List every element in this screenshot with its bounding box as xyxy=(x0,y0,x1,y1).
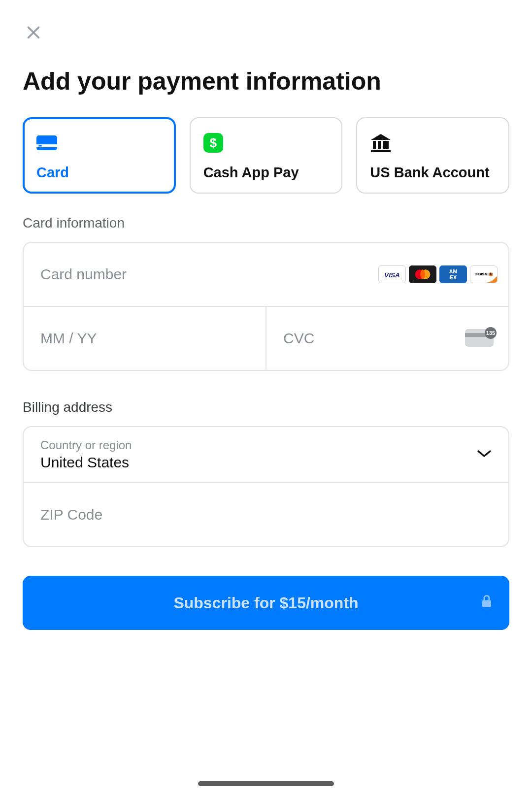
page-title: Add your payment information xyxy=(23,67,509,96)
lock-icon xyxy=(481,594,493,612)
method-bank-label: US Bank Account xyxy=(370,165,496,181)
method-card-label: Card xyxy=(36,165,162,181)
expiry-cell xyxy=(24,307,266,370)
card-icon xyxy=(36,135,57,150)
svg-rect-8 xyxy=(383,141,386,149)
cvc-cell: 135 xyxy=(266,307,508,370)
country-floating-label: Country or region xyxy=(40,438,492,452)
method-cashapp-label: Cash App Pay xyxy=(203,165,329,181)
card-fields: VISA AMEX DISC DISC V xyxy=(23,242,509,371)
svg-rect-6 xyxy=(373,141,376,149)
method-bank[interactable]: US Bank Account xyxy=(356,117,509,194)
card-brand-badges: VISA AMEX DISC DISC V xyxy=(378,265,498,283)
svg-rect-2 xyxy=(36,135,57,150)
mastercard-icon xyxy=(409,265,436,283)
subscribe-button[interactable]: Subscribe for $15/month xyxy=(23,576,509,630)
svg-rect-24 xyxy=(482,600,491,607)
payment-method-tabs: Card $ Cash App Pay US Bank Account xyxy=(23,117,509,194)
discover-icon: DISC DISC VER xyxy=(470,265,498,283)
svg-text:DISC   VER: DISC VER xyxy=(475,272,493,276)
method-cashapp[interactable]: $ Cash App Pay xyxy=(190,117,343,194)
expiry-input[interactable] xyxy=(40,330,249,347)
svg-rect-7 xyxy=(378,141,381,149)
visa-icon: VISA xyxy=(378,265,406,283)
country-value: United States xyxy=(40,454,492,471)
billing-address-label: Billing address xyxy=(23,399,509,415)
cashapp-icon: $ xyxy=(203,133,223,153)
svg-rect-10 xyxy=(371,150,391,152)
close-icon xyxy=(25,24,42,41)
svg-text:VISA: VISA xyxy=(384,271,400,279)
card-number-cell: VISA AMEX DISC DISC V xyxy=(24,243,508,306)
zip-cell xyxy=(24,483,508,546)
svg-marker-5 xyxy=(371,134,391,140)
cvc-hint-icon: 135 xyxy=(465,327,497,350)
subscribe-button-label: Subscribe for $15/month xyxy=(173,594,358,612)
zip-input[interactable] xyxy=(40,506,492,523)
svg-text:135: 135 xyxy=(486,330,495,336)
country-select[interactable]: Country or region United States xyxy=(24,427,508,482)
method-card[interactable]: Card xyxy=(23,117,176,194)
home-indicator xyxy=(198,781,334,786)
cvc-input[interactable] xyxy=(283,330,492,347)
card-info-label: Card information xyxy=(23,215,509,231)
close-button[interactable] xyxy=(23,22,44,43)
billing-fields: Country or region United States xyxy=(23,426,509,547)
svg-text:EX: EX xyxy=(450,274,457,280)
bank-icon xyxy=(370,133,392,153)
svg-point-14 xyxy=(420,269,425,279)
chevron-down-icon xyxy=(477,449,492,460)
svg-text:AM: AM xyxy=(449,268,458,274)
amex-icon: AMEX xyxy=(439,265,467,283)
svg-rect-9 xyxy=(386,141,389,149)
svg-rect-4 xyxy=(38,145,42,147)
